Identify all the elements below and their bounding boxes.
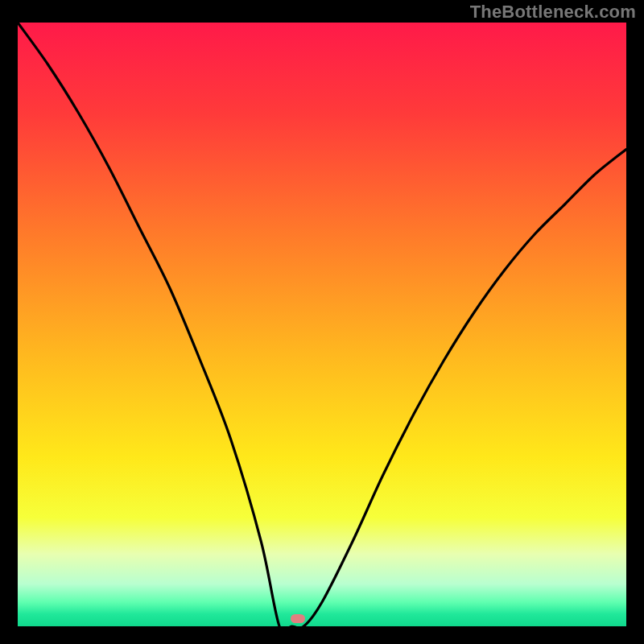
watermark-text: TheBottleneck.com	[470, 2, 636, 23]
optimum-marker	[291, 614, 305, 623]
chart-svg	[18, 23, 626, 626]
chart-frame: TheBottleneck.com	[0, 0, 644, 644]
plot-area	[18, 23, 626, 626]
gradient-background	[18, 23, 626, 626]
